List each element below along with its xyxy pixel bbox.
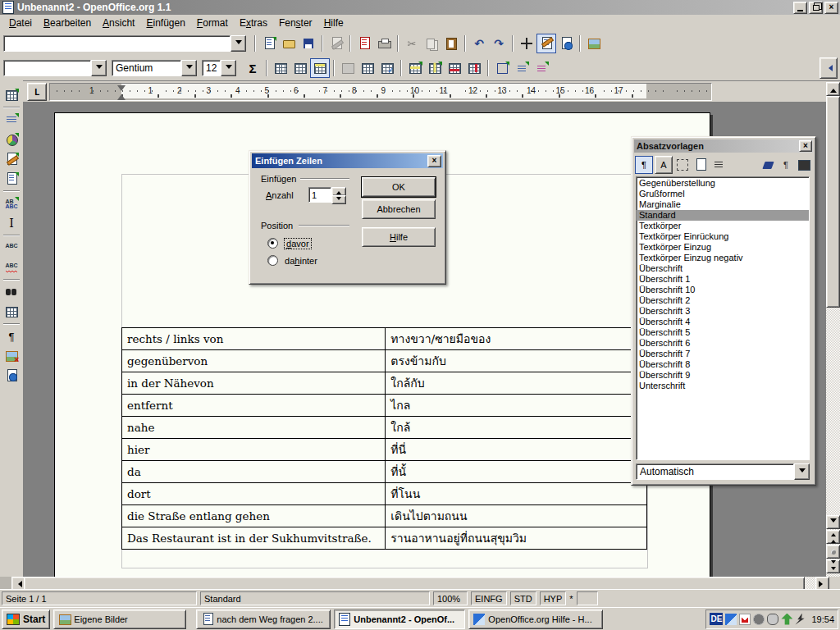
- insert-frame-icon[interactable]: [492, 58, 512, 78]
- style-list-item[interactable]: Überschrift 9: [637, 370, 809, 381]
- menu-item[interactable]: Ansicht: [97, 16, 140, 30]
- hotplug-icon[interactable]: [781, 614, 792, 625]
- style-list-item[interactable]: Gegenüberstellung: [637, 178, 809, 189]
- delete-row-icon[interactable]: [445, 58, 464, 78]
- table-cell-thai[interactable]: ใกล้กับ: [386, 372, 647, 395]
- graphics-tablet-icon[interactable]: [795, 614, 806, 625]
- menu-item[interactable]: Einfügen: [140, 16, 190, 30]
- table-cell-german[interactable]: hier: [122, 439, 386, 461]
- save-icon[interactable]: [299, 34, 318, 53]
- task-eigene-bilder[interactable]: Eigene Bilder: [53, 609, 186, 629]
- update-style-icon[interactable]: [796, 157, 812, 173]
- url-dropdown-button[interactable]: [231, 35, 246, 52]
- style-list-item[interactable]: Grußformel: [637, 189, 809, 199]
- undo-icon[interactable]: ↶: [469, 34, 489, 53]
- find-icon[interactable]: [2, 282, 21, 302]
- formatting-marks-icon[interactable]: ¶: [2, 326, 21, 346]
- previous-page-button[interactable]: [826, 530, 840, 544]
- direct-cursor-icon[interactable]: I: [2, 213, 21, 233]
- task-openoffice-help[interactable]: OpenOffice.org Hilfe - H...: [468, 609, 603, 629]
- print-icon[interactable]: [374, 34, 394, 53]
- keyboard-layout-indicator[interactable]: DE: [710, 613, 723, 625]
- menu-item[interactable]: Extras: [234, 16, 273, 30]
- table-cell-thai[interactable]: ที่นี่: [386, 439, 647, 461]
- table-cell-thai[interactable]: ที่นั้: [386, 461, 647, 483]
- quickstarter-icon[interactable]: [725, 614, 737, 625]
- quantity-stepper[interactable]: 1: [308, 187, 345, 203]
- style-dropdown-button[interactable]: [91, 60, 107, 76]
- hyperlink-icon[interactable]: [556, 34, 576, 53]
- form-functions-icon[interactable]: [2, 169, 21, 189]
- menu-item[interactable]: Format: [191, 16, 234, 30]
- url-combobox[interactable]: [3, 35, 246, 52]
- style-list-item[interactable]: Überschrift 7: [637, 349, 809, 359]
- style-list-item[interactable]: Überschrift 4: [637, 317, 809, 327]
- table-cell-thai[interactable]: รานอาหานอยู่ที่ถนนสุขุมวิม: [386, 527, 647, 550]
- status-hyperlink-mode[interactable]: HYP: [540, 591, 567, 605]
- mouse-icon[interactable]: [767, 614, 778, 625]
- table-cell-german[interactable]: dort: [122, 483, 386, 505]
- autospellcheck-icon[interactable]: ABC: [2, 258, 21, 277]
- insert-column-icon[interactable]: [425, 58, 445, 78]
- table-cell-german[interactable]: nahe: [122, 417, 386, 439]
- style-list-item[interactable]: Überschrift 1: [637, 274, 809, 285]
- quantity-value[interactable]: 1: [308, 187, 331, 203]
- status-selection-mode[interactable]: STD: [510, 591, 536, 605]
- toolbar-more-button[interactable]: [819, 57, 838, 79]
- table-cell-german[interactable]: da: [122, 461, 386, 483]
- table-cell-german[interactable]: in der Nähevon: [122, 372, 386, 395]
- help-button[interactable]: Hilfe: [362, 227, 436, 247]
- style-list-item[interactable]: Überschrift: [637, 263, 809, 274]
- frame-styles-icon[interactable]: [674, 157, 691, 173]
- task-impress-presentation[interactable]: nach dem Weg fragen 2....: [196, 609, 331, 629]
- style-list-item[interactable]: Textkörper: [637, 221, 809, 231]
- table-cell-thai[interactable]: เดินไปตามถนน: [386, 505, 647, 527]
- menu-item[interactable]: Bearbeiten: [38, 16, 97, 30]
- stylist-close-icon[interactable]: ×: [799, 140, 812, 152]
- autotext-icon[interactable]: ABABC: [2, 194, 21, 213]
- data-sources-icon[interactable]: [2, 302, 21, 322]
- dialog-title-bar[interactable]: Einfügen Zeilen ×: [252, 153, 443, 168]
- export-pdf-icon[interactable]: [354, 34, 374, 53]
- radio-davor-label[interactable]: davor: [285, 239, 311, 249]
- style-list-item[interactable]: Überschrift 2: [637, 295, 809, 306]
- new-style-icon[interactable]: ¶: [778, 157, 794, 173]
- tab-type-selector[interactable]: L: [27, 83, 47, 101]
- online-layout-icon[interactable]: [2, 366, 21, 386]
- radio-davor[interactable]: davor: [267, 238, 311, 249]
- vertical-scrollbar[interactable]: [826, 82, 840, 577]
- images-toggle-icon[interactable]: ×: [2, 346, 21, 366]
- cancel-button[interactable]: Abbrechen: [362, 199, 436, 219]
- menu-item[interactable]: Hilfe: [318, 16, 349, 30]
- character-styles-icon[interactable]: A: [655, 156, 673, 174]
- fontsize-combobox[interactable]: 12: [202, 60, 236, 76]
- indent-marker[interactable]: [117, 85, 126, 95]
- close-button[interactable]: ×: [824, 2, 838, 14]
- vertical-scrollbar-thumb[interactable]: [826, 96, 840, 308]
- style-list-item[interactable]: Überschrift 5: [637, 327, 809, 338]
- radio-davor-circle[interactable]: [267, 238, 278, 249]
- radio-dahinter[interactable]: dahinter: [267, 255, 317, 266]
- menu-item[interactable]: Datei: [3, 16, 38, 30]
- restore-button[interactable]: [809, 2, 823, 14]
- status-style[interactable]: Standard: [200, 591, 430, 605]
- navigator-icon[interactable]: [517, 34, 536, 53]
- scroll-down-button[interactable]: [826, 515, 840, 529]
- style-filter-dropdown-button[interactable]: [794, 463, 810, 480]
- task-writer-document[interactable]: Unbenannt2 - OpenOf...: [334, 609, 465, 629]
- table-cell-german[interactable]: rechts / links von: [122, 328, 386, 350]
- font-combobox[interactable]: Gentium: [112, 60, 197, 76]
- scroll-up-button[interactable]: [826, 82, 840, 96]
- status-zoom[interactable]: 100%: [433, 591, 468, 605]
- insert-row-icon[interactable]: [405, 58, 425, 78]
- insert-icon[interactable]: [2, 110, 21, 130]
- border-style-icon[interactable]: ✓: [377, 58, 397, 78]
- optimize-icon[interactable]: [310, 58, 330, 78]
- style-list-item[interactable]: Überschrift 8: [637, 359, 809, 370]
- paragraph-styles-icon[interactable]: ¶: [635, 156, 653, 174]
- insert-table-icon[interactable]: [2, 85, 21, 105]
- navigation-button[interactable]: [826, 545, 840, 559]
- antivirus-icon[interactable]: [739, 614, 751, 625]
- style-list-item[interactable]: Textkörper Einzug negativ: [637, 253, 809, 263]
- insert-object-icon[interactable]: [2, 130, 21, 149]
